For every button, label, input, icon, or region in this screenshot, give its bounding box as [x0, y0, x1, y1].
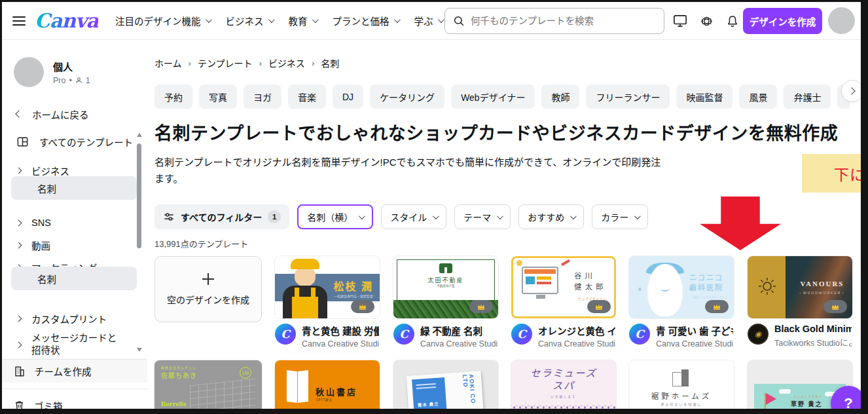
sidebar-create-team[interactable]: チームを作成 — [2, 359, 147, 383]
sidebar-item-custom-print[interactable]: カスタムプリント — [2, 307, 147, 329]
filter-size-dropdown[interactable]: 名刺（横） — [297, 204, 373, 229]
chevron-down-icon — [570, 213, 577, 219]
sidebar-item-sns[interactable]: SNS — [2, 212, 147, 234]
template-title: オレンジと黄色 イ... — [538, 324, 615, 337]
chips-next-button[interactable] — [841, 80, 863, 102]
search-icon — [453, 15, 465, 27]
chip-reservation[interactable]: 予約 — [154, 85, 192, 109]
template-card-homes[interactable]: 裾野ホームズ 夢の住まいを快適に — [629, 360, 734, 414]
chip-freelancer[interactable]: フリーランサー — [586, 85, 670, 109]
breadcrumb-business-card[interactable]: 名刺 — [321, 56, 339, 69]
nav-item-learn[interactable]: 学ぶ — [414, 14, 443, 28]
pro-badge — [823, 300, 847, 313]
chip-music[interactable]: 音楽 — [288, 85, 326, 109]
nav-item-education[interactable]: 教育 — [289, 14, 317, 28]
open-book-icon — [287, 370, 297, 403]
nav-item-featured[interactable]: 注目のデザイン機能 — [115, 14, 210, 28]
crown-icon — [712, 303, 721, 310]
template-author: Canva Creative Studio... — [538, 339, 615, 348]
filter-color-dropdown[interactable]: カラー — [592, 204, 648, 229]
chip-lawyer[interactable]: 弁護士 — [784, 85, 831, 109]
sidebar-scroll-down-arrow[interactable] — [137, 348, 142, 352]
create-blank-design-card[interactable]: 空のデザインを作成 — [154, 256, 262, 322]
template-meta[interactable]: C 青 可愛い 歯 子ども ...Canva Creative Studio..… — [629, 324, 734, 348]
settings-gear-icon[interactable] — [698, 13, 714, 29]
sidebar-item-message-cards[interactable]: メッセージカードと招待状 — [2, 329, 147, 360]
sidebar-item-video[interactable]: 動画 — [2, 234, 147, 256]
canva-templates-page: Canva 注目のデザイン機能 ビジネス 教育 プランと価格 学ぶ デザインを作… — [0, 0, 868, 414]
template-meta[interactable]: C オレンジと黄色 イ...Canva Creative Studio... — [511, 324, 616, 348]
nav-item-pricing[interactable]: プランと価格 — [333, 14, 399, 28]
template-title: 青と黄色 建設 労働... — [302, 324, 379, 337]
chip-dj[interactable]: DJ — [333, 85, 363, 109]
chevron-down-icon — [205, 16, 211, 23]
template-card-bookstore[interactable]: 秋山書店 1977創立 — [275, 360, 380, 414]
template-card-spa[interactable]: セラミューズ スパ 心を癒します — [511, 360, 616, 414]
breadcrumb-home[interactable]: ホーム — [154, 56, 182, 69]
template-card-construction[interactable]: 松枝 潤 一般建設専門店・現場監督 — [275, 256, 380, 318]
template-card-real-estate[interactable]: 太田不動産 不動産仲介業 — [393, 256, 498, 318]
template-author: Tacikworks Studioによ... — [774, 336, 852, 348]
filter-style-dropdown[interactable]: スタイル — [381, 204, 446, 229]
navbar-icons — [672, 13, 740, 29]
pro-badge — [705, 300, 729, 313]
chip-teacher[interactable]: 教師 — [541, 85, 579, 109]
scroll-down-annotation: 下にスクロール — [802, 154, 868, 193]
sidebar-item-marketing-card-active[interactable]: 名刺 — [11, 267, 137, 290]
chevron-down-icon — [393, 16, 400, 23]
canva-logo[interactable]: Canva — [35, 9, 98, 32]
cloud-art — [779, 389, 791, 394]
sidebar: 個人 Pro • 1 ホームに戻る すべてのテンプレート ビジネス 名刺 — [2, 40, 147, 414]
page-description: 名刺テンプレートでオリジナル名刺を簡単デザイン!PCでもスマホでも簡単に作成がで… — [154, 154, 865, 187]
chip-webdesigner[interactable]: Webデザイナー — [451, 85, 535, 109]
main-nav-menu: 注目のデザイン機能 ビジネス 教育 プランと価格 学ぶ — [115, 14, 443, 28]
sidebar-scroll-up-arrow[interactable] — [137, 133, 142, 137]
team-name: 個人 — [53, 60, 90, 73]
nav-item-business[interactable]: ビジネス — [226, 14, 273, 28]
template-card-architecture[interactable]: 株式会社ガルチェレ 佐藤ちあき LM Borrelle — [154, 360, 262, 414]
canva-creative-studio-logo: C — [629, 324, 650, 345]
chip-landscape[interactable]: 風景 — [739, 85, 777, 109]
template-meta[interactable]: C 緑 不動産 名刺Canva Creative Studio... — [393, 324, 498, 348]
filter-recommend-dropdown[interactable]: おすすめ — [518, 204, 584, 229]
filter-theme-dropdown[interactable]: テーマ — [454, 204, 511, 229]
results-count: 13,991点のテンプレート — [154, 237, 865, 250]
pro-badge — [587, 300, 611, 313]
all-filters-button[interactable]: すべてのフィルター 1 — [154, 204, 289, 229]
chevron-right-icon — [16, 315, 22, 322]
template-card-construction-photo[interactable]: 青木 貴之 AOKI CO LTD — [393, 360, 498, 414]
sidebar-scrollbar[interactable] — [137, 143, 141, 248]
sidebar-all-templates[interactable]: すべてのテンプレート — [2, 130, 147, 153]
search-input[interactable] — [471, 16, 654, 26]
template-author: Canva Creative Studio... — [656, 339, 733, 348]
hamburger-menu-icon[interactable] — [12, 16, 26, 26]
chip-yoga[interactable]: ヨガ — [244, 85, 281, 109]
chip-film-director[interactable]: 映画監督 — [676, 85, 732, 109]
chevron-down-icon — [497, 213, 503, 219]
page-title: 名刺テンプレートでおしゃれなショップカードやビジネスカードデザインを無料作成 — [154, 122, 858, 145]
chevron-right-icon — [16, 219, 22, 226]
sidebar-back-home[interactable]: ホームに戻る — [2, 103, 147, 125]
sidebar-item-business-card-active[interactable]: 名刺 — [11, 176, 137, 200]
template-meta[interactable]: ◉ Black Gold Minima...Tacikworks Studioに… — [748, 324, 852, 348]
devices-icon[interactable] — [672, 13, 688, 29]
template-meta[interactable]: C 青と黄色 建設 労働...Canva Creative Studio... — [275, 324, 380, 348]
breadcrumb-templates[interactable]: テンプレート — [198, 56, 253, 69]
template-card-black-gold[interactable]: VANOURS ・WOODWORKER・ — [748, 256, 852, 318]
breadcrumb-business[interactable]: ビジネス — [268, 56, 305, 69]
user-avatar[interactable] — [828, 7, 855, 34]
team-meta: Pro • 1 — [53, 76, 90, 85]
template-search-box[interactable] — [444, 8, 664, 34]
template-card-dental[interactable]: ニコニコ 歯科医院 歯のことならお任せください — [629, 256, 734, 318]
chevron-down-icon — [433, 213, 439, 219]
sun-logo — [758, 277, 776, 295]
template-card-web-designer[interactable]: 谷川 健太郎 ウェブデザイナー — [511, 256, 616, 318]
canva-creative-studio-logo: C — [511, 324, 532, 345]
chip-catering[interactable]: ケータリング — [370, 85, 444, 109]
template-title: 青 可愛い 歯 子ども ... — [656, 324, 733, 337]
chip-photo[interactable]: 写真 — [199, 85, 237, 109]
template-title: 緑 不動産 名刺 — [420, 324, 497, 337]
create-design-button[interactable]: デザインを作成 — [743, 8, 822, 34]
team-switcher[interactable]: 個人 Pro • 1 — [14, 57, 147, 87]
notifications-bell-icon[interactable] — [725, 13, 740, 29]
